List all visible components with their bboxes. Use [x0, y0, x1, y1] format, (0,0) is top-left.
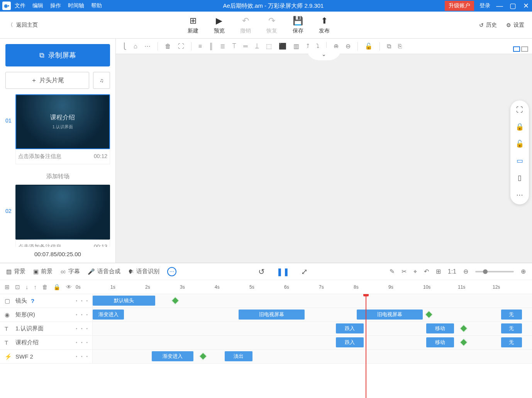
fit-icon[interactable]: 1:1: [448, 268, 456, 275]
home-icon[interactable]: ⌂: [134, 43, 137, 50]
keyframe[interactable]: [460, 338, 468, 346]
keyframe[interactable]: [460, 325, 468, 332]
clip-无[interactable]: 无: [501, 337, 522, 347]
toolbar-发布[interactable]: ⬆发布: [319, 16, 330, 34]
more-tabs-button[interactable]: ⋯: [167, 267, 176, 276]
track-add-icon[interactable]: ⊞: [5, 284, 10, 291]
clip-无[interactable]: 无: [501, 323, 522, 333]
track-label-0[interactable]: ▢ 镜头 ? •••: [0, 294, 93, 308]
track-down-icon[interactable]: ↓: [25, 284, 29, 291]
keyframe[interactable]: [171, 297, 179, 304]
track-lock-icon[interactable]: 🔒: [53, 284, 61, 291]
menu-action[interactable]: 操作: [50, 2, 61, 9]
clip-跌入[interactable]: 跌入: [336, 337, 364, 347]
history-button[interactable]: ↺历史: [479, 22, 497, 29]
track-eye-icon[interactable]: 👁: [66, 284, 72, 291]
dist-v-icon[interactable]: ⬛: [279, 43, 286, 50]
track-folder-icon[interactable]: ⊡: [15, 284, 20, 291]
track-lane-4[interactable]: 渐变进入淡出: [93, 350, 532, 363]
clip-淡出[interactable]: 淡出: [225, 351, 252, 361]
clip-跌入[interactable]: 跌入: [336, 323, 364, 333]
copy-icon[interactable]: ⧉: [387, 43, 391, 50]
lock-icon[interactable]: 🔒: [515, 122, 524, 131]
slide-note[interactable]: 点击添加备注信息: [18, 243, 61, 247]
unlock2-icon[interactable]: 🔓: [515, 139, 524, 148]
align-bottom2-icon[interactable]: ⟘: [255, 43, 259, 50]
trash-icon[interactable]: 🗑: [165, 43, 171, 50]
add-intro-button[interactable]: ＋片头片尾: [5, 72, 89, 89]
align-top-icon[interactable]: ⟙: [232, 43, 236, 50]
tab-subtitle[interactable]: ㏄字幕: [60, 268, 80, 275]
clip-旧电视屏幕[interactable]: 旧电视屏幕: [239, 310, 305, 320]
arrange-icon[interactable]: ▥: [293, 43, 299, 50]
toolbar-保存[interactable]: 💾保存: [293, 16, 303, 34]
zoom-out-icon[interactable]: ⊖: [346, 43, 351, 50]
clip-移动[interactable]: 移动: [426, 323, 454, 333]
slide-thumb[interactable]: [15, 185, 110, 240]
upgrade-button[interactable]: 升级账户: [445, 1, 474, 11]
more-icon[interactable]: ⋯: [144, 43, 151, 50]
track-delete-icon[interactable]: 🗑: [42, 284, 48, 291]
menu-edit[interactable]: 编辑: [32, 2, 43, 9]
menu-file[interactable]: 文件: [15, 2, 25, 9]
help-icon[interactable]: ?: [31, 298, 34, 304]
music-button[interactable]: ♫: [93, 72, 110, 89]
align-bottom-icon[interactable]: ⎩: [122, 43, 127, 50]
keyframe[interactable]: [425, 311, 433, 318]
track-lane-2[interactable]: 跌入移动无: [93, 322, 532, 335]
toolbar-预览[interactable]: ▶预览: [214, 16, 225, 34]
tab-tts[interactable]: 🎤语音合成: [88, 268, 120, 275]
track-lane-3[interactable]: 跌入移动无: [93, 336, 532, 349]
zoom-in2-icon[interactable]: ⊕: [521, 268, 526, 275]
clip-无[interactable]: 无: [501, 310, 522, 320]
zoom-slider[interactable]: [475, 271, 514, 272]
collapse-preview-button[interactable]: ⌄: [307, 48, 341, 60]
tab-background[interactable]: ▨背景: [6, 268, 25, 275]
slide-card-01[interactable]: 课程介绍1.认识界面 点击添加备注信息00:12: [15, 94, 110, 164]
maximize-icon[interactable]: ▢: [509, 2, 517, 10]
track-up-icon[interactable]: ↑: [34, 284, 37, 291]
desktop-view-icon[interactable]: ▭: [517, 156, 523, 165]
view-mode-toggle[interactable]: [513, 46, 528, 52]
track-lane-1[interactable]: 渐变进入旧电视屏幕旧电视屏幕无: [93, 308, 532, 321]
zoom-out2-icon[interactable]: ⊖: [463, 268, 468, 275]
menu-help[interactable]: 帮助: [91, 2, 102, 9]
minimize-icon[interactable]: —: [496, 2, 503, 10]
back-home-button[interactable]: 〈 返回主页: [8, 22, 38, 29]
filter-icon[interactable]: ⌖: [413, 268, 417, 275]
tab-foreground[interactable]: ▣前景: [33, 268, 53, 275]
crop-icon[interactable]: ⛶: [178, 43, 184, 50]
track-label-1[interactable]: ◉ 矩形(R) •••: [0, 308, 93, 321]
rewind-icon[interactable]: ↺: [258, 267, 265, 276]
track-label-2[interactable]: T 1.认识界面 •••: [0, 322, 93, 335]
keyframe[interactable]: [199, 352, 207, 360]
edit-icon[interactable]: ✎: [390, 268, 395, 275]
clip-渐变进入[interactable]: 渐变进入: [152, 351, 193, 361]
pause-icon[interactable]: ❚❚: [276, 267, 290, 276]
fullscreen-icon[interactable]: ⛶: [516, 106, 523, 114]
close-icon[interactable]: ✕: [522, 2, 530, 10]
track-lane-0[interactable]: 默认镜头: [93, 294, 532, 308]
clip-移动[interactable]: 移动: [426, 337, 454, 347]
playhead[interactable]: [366, 294, 366, 398]
more2-icon[interactable]: ⋯: [516, 190, 523, 199]
dist-h-icon[interactable]: ⬚: [266, 43, 272, 50]
mobile-view-icon[interactable]: ▯: [518, 173, 522, 182]
expand-icon[interactable]: ⤢: [301, 267, 308, 276]
clip-默认镜头[interactable]: 默认镜头: [93, 296, 155, 306]
slide-note[interactable]: 点击添加备注信息: [18, 153, 61, 160]
clip-旧电视屏幕[interactable]: 旧电视屏幕: [357, 310, 423, 320]
unlock-icon[interactable]: 🔓: [365, 43, 373, 50]
login-button[interactable]: 登录: [479, 2, 490, 9]
toolbar-新建[interactable]: ⊞新建: [188, 16, 198, 34]
record-screen-button[interactable]: ⧉ 录制屏幕: [5, 44, 110, 66]
slide-card-02[interactable]: 点击添加备注信息00:13: [15, 185, 110, 247]
clip-渐变进入[interactable]: 渐变进入: [93, 310, 124, 320]
revert-icon[interactable]: ↶: [424, 268, 429, 275]
track-label-3[interactable]: T 课程介绍 •••: [0, 336, 93, 349]
marker-icon[interactable]: ⊞: [436, 268, 441, 275]
align-left-icon[interactable]: ≡: [198, 43, 202, 50]
tab-asr[interactable]: 🗣语音识别: [128, 268, 159, 275]
settings-button[interactable]: ⚙设置: [506, 22, 524, 29]
paste-icon[interactable]: ⎘: [398, 43, 402, 50]
